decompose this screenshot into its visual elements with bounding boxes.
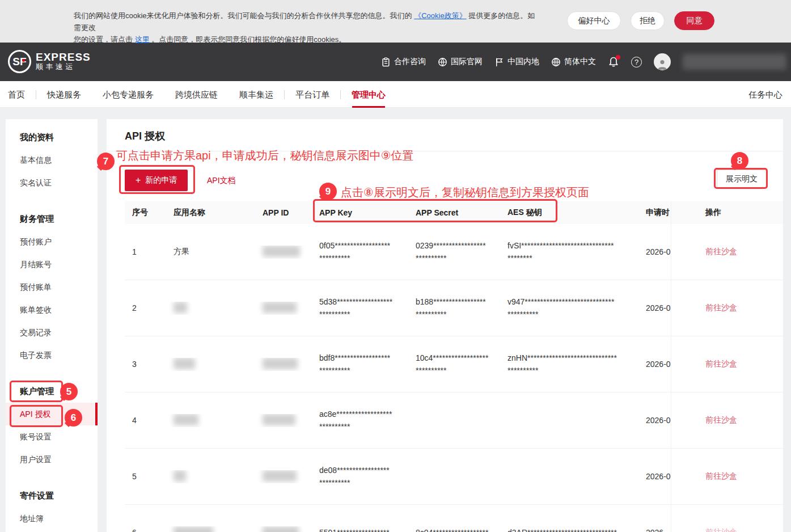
nav-task-center[interactable]: 任务中心 <box>748 81 782 108</box>
annotation-note-9: 点击⑧展示明文后，复制秘钥信息到方果授权页面 <box>341 185 589 200</box>
sidebar-item-realname-auth[interactable]: 实名认证 <box>6 171 98 194</box>
nav-platform-order[interactable]: 平台订单 <box>295 81 329 108</box>
row-app-key: bdf8****************** ********** <box>308 352 404 377</box>
col-header-app-secret: APP Secret <box>404 208 498 217</box>
annotation-note-7: 可点击申请方果api，申请成功后，秘钥信息展示图中⑨位置 <box>116 148 414 163</box>
content-panel: API 授权 + 新的申请 API文档 展示明文 序号 应用名称 APP ID … <box>107 119 783 532</box>
accept-cookies-button[interactable]: 同意 <box>674 11 714 30</box>
nav-management-center[interactable]: 管理中心 <box>352 81 386 108</box>
go-sandbox-link[interactable]: 前往沙盒 <box>705 527 737 532</box>
globe-icon <box>551 57 561 67</box>
col-header-aes-key: AES 秘钥 <box>498 208 631 218</box>
language-selector[interactable]: 简体中文 <box>551 57 596 67</box>
region-selector[interactable]: 中国内地 <box>494 57 539 67</box>
row-seq: 2 <box>125 303 169 313</box>
cookie-text-1: 我们的网站使用cookie来优化用户体验和分析。我们可能会与我们的分析合作伙伴共… <box>74 11 414 20</box>
sidebar-group-finance: 财务管理 <box>6 208 98 230</box>
logo-express-text: EXPRESS <box>36 52 91 62</box>
cookie-here-link[interactable]: 这里 <box>135 35 150 44</box>
row-aes-key: znHN***************************** ******… <box>498 352 631 377</box>
col-header-seq: 序号 <box>125 208 169 218</box>
api-doc-link[interactable]: API文档 <box>207 176 236 186</box>
row-app-secret: 0239***************** ********** <box>404 239 498 264</box>
go-sandbox-link[interactable]: 前往沙盒 <box>705 303 737 313</box>
new-application-button[interactable]: + 新的申请 <box>125 170 188 191</box>
row-apply-date: 2026-0 <box>631 416 671 425</box>
row-app-secret: b188***************** ********** <box>404 295 498 320</box>
row-aes-key: fvSI****************************** *****… <box>498 239 631 264</box>
username-redacted <box>683 54 786 70</box>
sidebar-item-address-book[interactable]: 地址簿 <box>6 507 98 530</box>
row-app-key: 5d38****************** ********** <box>308 295 404 320</box>
row-apply-date: 2026-0 <box>631 472 671 481</box>
notification-badge <box>616 55 620 60</box>
sidebar-item-prepaid-account[interactable]: 预付账户 <box>6 230 98 253</box>
row-app-key: de08***************** ********** <box>308 464 404 489</box>
plus-icon: + <box>136 176 141 185</box>
nav-divider <box>36 90 36 99</box>
annotation-badge-6: 6 <box>65 409 82 427</box>
row-app-name-redacted <box>169 470 257 483</box>
sidebar-item-einvoice[interactable]: 电子发票 <box>6 344 98 366</box>
table-row: 3 bdf8****************** ********** 10c4… <box>125 336 783 392</box>
row-app-key: 0f05****************** ********** <box>308 239 404 264</box>
row-seq: 6 <box>125 528 169 532</box>
international-site-link[interactable]: 国际官网 <box>438 57 483 67</box>
sidebar-item-user-settings[interactable]: 用户设置 <box>6 448 98 471</box>
row-app-name-redacted <box>169 414 257 427</box>
sidebar-group-shipping-settings: 寄件设置 <box>6 484 98 507</box>
go-sandbox-link[interactable]: 前往沙盒 <box>705 359 737 369</box>
nav-express-service[interactable]: 快递服务 <box>47 81 81 108</box>
go-sandbox-link[interactable]: 前往沙盒 <box>705 247 737 257</box>
preference-center-button[interactable]: 偏好中心 <box>567 11 621 30</box>
nav-crossborder-supply[interactable]: 跨境供应链 <box>175 81 218 108</box>
consult-label: 合作咨询 <box>394 57 426 67</box>
sidebar-item-prepaid-bill[interactable]: 预付账单 <box>6 276 98 298</box>
reject-cookies-button[interactable]: 拒绝 <box>631 11 665 30</box>
row-aes-key: d3AR***************************** <box>498 526 631 532</box>
page-title: API 授权 <box>125 129 165 143</box>
go-sandbox-link[interactable]: 前往沙盒 <box>705 415 737 425</box>
sf-logo-dot <box>22 59 25 62</box>
sidebar-item-monthly-account[interactable]: 月结账号 <box>6 253 98 276</box>
nav-parcel-service[interactable]: 小包专递服务 <box>103 81 154 108</box>
table-row: 4 ac8e****************** ********** 2026… <box>125 392 783 449</box>
sf-express-logo[interactable]: SF EXPRESS 顺丰速运 <box>8 50 91 73</box>
sidebar-item-bill-sign[interactable]: 账单签收 <box>6 298 98 321</box>
flag-icon <box>494 57 504 67</box>
annotation-badge-9: 9 <box>319 183 337 200</box>
table-row: 5 de08***************** ********** 2026-… <box>125 449 783 505</box>
sidebar-item-basic-info[interactable]: 基本信息 <box>6 149 98 171</box>
api-auth-table: 序号 应用名称 APP ID APP Key APP Secret AES 秘钥… <box>125 201 783 532</box>
row-seq: 3 <box>125 360 169 369</box>
avatar[interactable] <box>654 53 671 70</box>
help-icon[interactable]: ? <box>631 57 642 67</box>
row-seq: 5 <box>125 472 169 481</box>
show-plaintext-button[interactable]: 展示明文 <box>717 170 767 188</box>
nav-consolidation[interactable]: 顺丰集运 <box>239 81 273 108</box>
sidebar-group-account-mgmt: 账户管理 <box>6 380 98 403</box>
row-app-name: 方果 <box>169 247 257 257</box>
sf-logo-icon: SF <box>8 50 31 73</box>
sidebar-item-transactions[interactable]: 交易记录 <box>6 321 98 344</box>
row-app-key: ac8e****************** ********** <box>308 408 404 433</box>
row-apply-date: 2026-0 <box>631 247 671 256</box>
row-app-id-redacted <box>257 302 308 315</box>
row-app-id-redacted <box>257 358 308 371</box>
cookie-policy-link[interactable]: 《Cookie政策》 <box>414 11 466 20</box>
notification-bell-icon[interactable] <box>608 56 619 67</box>
consult-link[interactable]: 合作咨询 <box>381 57 426 67</box>
nav-divider <box>340 90 341 99</box>
sidebar-item-api-auth[interactable]: API 授权 <box>6 403 98 425</box>
annotation-badge-5: 5 <box>60 383 78 400</box>
logo-chinese-text: 顺丰速运 <box>36 62 91 71</box>
sidebar-item-account-settings[interactable]: 账号设置 <box>6 425 98 448</box>
row-app-name-redacted <box>169 302 257 315</box>
annotation-badge-7: 7 <box>97 153 115 170</box>
row-apply-date: 2026-0 <box>631 303 671 313</box>
row-app-id-redacted <box>257 414 308 427</box>
go-sandbox-link[interactable]: 前往沙盒 <box>705 471 737 482</box>
row-app-secret: 8c04****************** <box>404 526 498 532</box>
row-app-key: 5591***************** <box>308 526 404 532</box>
nav-home[interactable]: 首页 <box>8 81 25 108</box>
